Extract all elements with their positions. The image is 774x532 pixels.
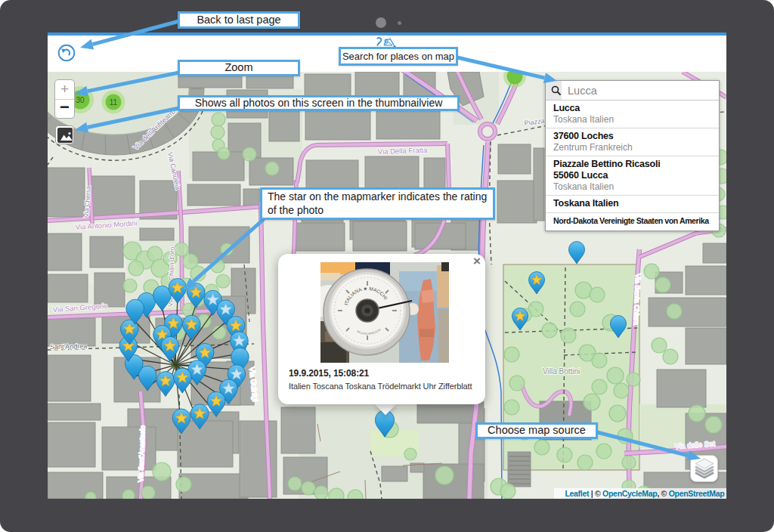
svg-text:Via Della Fratta: Via Della Fratta <box>378 146 428 156</box>
svg-text:Villa Bottini: Villa Bottini <box>543 367 580 376</box>
svg-text:30: 30 <box>76 96 85 104</box>
svg-text:11: 11 <box>110 98 118 107</box>
svg-text:Sant'Andrea: Sant'Andrea <box>50 342 87 351</box>
